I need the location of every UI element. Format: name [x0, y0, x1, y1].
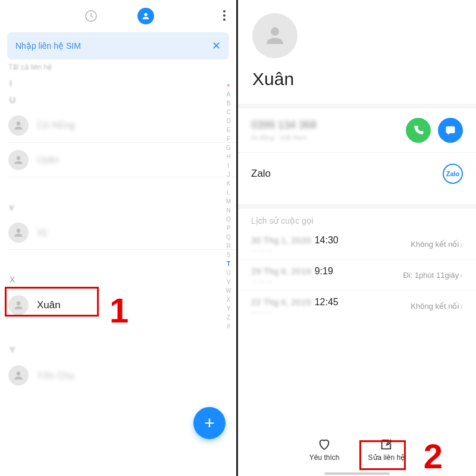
call-date: 30 Thg 1, 2020: [251, 235, 311, 245]
heart-icon[interactable]: ♥: [223, 81, 234, 90]
contact-row[interactable]: Cò Hồng: [8, 108, 236, 143]
alpha-index[interactable]: ♥ ABCDEFGHIJKLMNOPQRSTUVWXYZ#: [223, 81, 234, 331]
call-button[interactable]: [406, 118, 431, 143]
svg-rect-8: [446, 126, 455, 133]
plus-icon: +: [204, 413, 215, 433]
divider: [238, 104, 476, 108]
chevron-right-icon: ›: [460, 271, 463, 280]
phone-row[interactable]: 0399 134 368 Di động · Việt Nam: [238, 108, 476, 153]
zalo-row[interactable]: Zalo Zalo: [238, 153, 476, 195]
avatar-placeholder: [8, 150, 29, 170]
phone-type: Di động · Việt Nam: [251, 134, 317, 142]
call-log-row[interactable]: 22 Thg 6, 2019 12:45 — — — Không kết nối…: [238, 291, 476, 321]
section-header: Y: [10, 345, 236, 355]
overflow-menu[interactable]: [223, 8, 226, 23]
phone-recents-icon: [84, 9, 98, 23]
call-time: 12:45: [315, 297, 339, 308]
contact-name: Uyên: [37, 155, 59, 165]
call-log-row[interactable]: 30 Thg 1, 2020 14:30 — — — Không kết nối…: [238, 229, 476, 260]
person-icon: [262, 23, 287, 48]
close-icon[interactable]: ✕: [212, 39, 221, 52]
favorite-label: Yêu thích: [309, 453, 340, 462]
call-status-text: Không kết nối: [411, 302, 459, 311]
contacts-list-screen: Nhập liên hệ SIM ✕ Tất cả liên hệ I U Cò…: [0, 0, 238, 476]
svg-point-1: [144, 13, 147, 16]
divider: [238, 204, 476, 209]
call-history-label: Lịch sử cuộc gọi: [238, 209, 476, 229]
call-sub: — — —: [251, 278, 333, 284]
top-tabs: [0, 0, 236, 27]
svg-point-4: [17, 228, 21, 233]
tutorial-highlight-1: [5, 287, 99, 317]
filter-label: Tất cả liên hệ: [8, 63, 228, 71]
contact-avatar[interactable]: [252, 13, 298, 58]
call-sub: — — —: [251, 309, 339, 315]
message-icon: [444, 124, 456, 136]
call-log-row[interactable]: 29 Thg 6, 2019 9:19 — — — Đi: 1phút 11gi…: [238, 260, 476, 291]
call-status-text: Không kết nối: [411, 240, 459, 249]
avatar-placeholder: [8, 223, 29, 243]
sim-banner-text: Nhập liên hệ SIM: [15, 41, 81, 51]
section-header: U: [10, 95, 236, 105]
heart-outline-icon: [318, 438, 331, 451]
svg-point-2: [17, 121, 21, 126]
contact-row[interactable]: Vy: [8, 215, 236, 250]
chevron-right-icon: ›: [460, 302, 463, 311]
tab-recents[interactable]: [83, 8, 99, 24]
phone-icon: [412, 124, 424, 136]
avatar-placeholder: [8, 365, 29, 386]
home-indicator: [324, 472, 390, 475]
sim-import-banner[interactable]: Nhập liên hệ SIM ✕: [7, 32, 229, 60]
contact-name: Vy: [37, 227, 48, 238]
tutorial-highlight-2: [359, 440, 406, 470]
step-badge: 1: [109, 290, 129, 330]
phone-number: 0399 134 368: [251, 119, 317, 131]
contact-row[interactable]: Uyên: [8, 143, 236, 177]
chevron-right-icon: ›: [460, 240, 463, 249]
tab-contacts[interactable]: [137, 8, 154, 24]
svg-point-3: [17, 156, 21, 160]
avatar-placeholder: [8, 115, 29, 136]
contact-detail-screen: Xuân 0399 134 368 Di động · Việt Nam Zal…: [238, 0, 476, 476]
call-sub: — — —: [251, 247, 339, 253]
zalo-label: Zalo: [251, 168, 271, 180]
call-time: 14:30: [315, 235, 339, 246]
contact-header: Xuân: [238, 0, 476, 94]
svg-point-6: [17, 371, 21, 375]
contact-row[interactable]: Yến Chu: [8, 358, 236, 393]
call-date: 22 Thg 6, 2019: [251, 297, 311, 307]
add-contact-fab[interactable]: +: [193, 407, 226, 439]
contact-name: Yến Chu: [37, 370, 74, 381]
message-button[interactable]: [438, 118, 463, 143]
call-time: 9:19: [315, 266, 333, 277]
svg-point-7: [271, 27, 279, 36]
contact-name: Cò Hồng: [37, 120, 75, 131]
call-date: 29 Thg 6, 2019: [251, 266, 311, 276]
contact-detail-name: Xuân: [252, 69, 476, 89]
section-header: v: [10, 202, 236, 212]
section-header: X: [10, 275, 236, 284]
step-badge: 2: [424, 436, 443, 476]
call-status-text: Đi: 1phút 11giây: [403, 271, 459, 280]
section-header: I: [10, 79, 236, 88]
contacts-list: I U Cò Hồng Uyên v Vy X Xuân Y Yến Chu: [0, 79, 236, 393]
person-icon: [141, 11, 151, 21]
zalo-icon[interactable]: Zalo: [443, 164, 463, 184]
favorite-button[interactable]: Yêu thích: [309, 438, 340, 462]
